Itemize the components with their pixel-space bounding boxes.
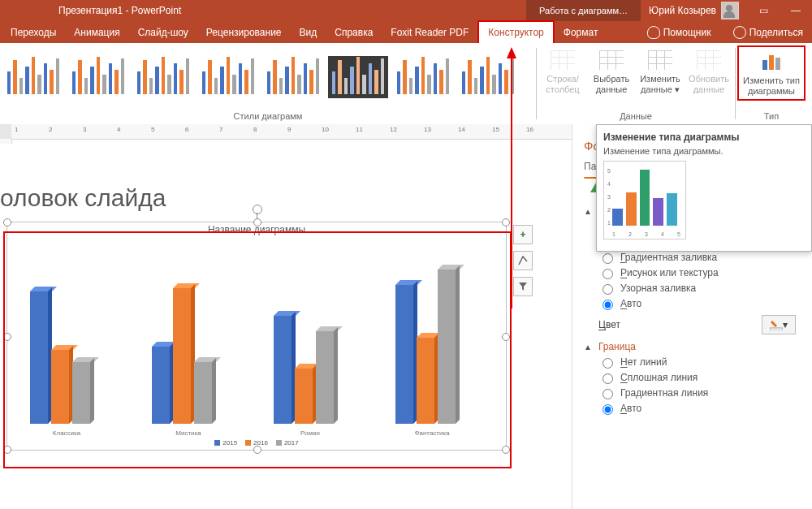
resize-handle[interactable] [502, 218, 510, 226]
grid-icon [648, 50, 672, 70]
chart-style-thumb[interactable] [68, 56, 128, 98]
chart-object[interactable]: Название диаграммы КлассикаМистикаРоманФ… [6, 222, 507, 451]
rotate-handle[interactable] [253, 205, 262, 214]
chart-style-thumb[interactable] [328, 56, 388, 98]
account-user[interactable]: Юрий Козырев [641, 2, 747, 19]
tab-view[interactable]: Вид [291, 21, 326, 43]
legend-item[interactable]: 2016 [245, 439, 268, 446]
tab-review[interactable]: Рецензирование [197, 21, 291, 43]
chart-style-thumb[interactable] [263, 56, 323, 98]
tab-format[interactable]: Формат [555, 21, 607, 43]
chart-style-thumb[interactable] [198, 56, 258, 98]
resize-handle[interactable] [253, 218, 261, 226]
tooltip-preview: 54321 12345 [603, 161, 686, 239]
ribbon: Стили диаграмм Строка/ столбец Выбрать д… [0, 43, 812, 125]
tab-transitions[interactable]: Переходы [2, 21, 65, 43]
chart-bar[interactable] [194, 362, 212, 424]
chart-bar[interactable] [395, 285, 413, 424]
chart-bar[interactable] [438, 270, 456, 424]
group-label-type: Тип [764, 111, 779, 124]
chart-style-thumb[interactable] [458, 56, 518, 98]
chart-legend[interactable]: 201520162017 [7, 439, 506, 446]
ruler-horizontal: 12345678910111213141516 [0, 124, 572, 140]
group-label-data: Данные [620, 111, 652, 124]
type-group: Изменить тип диаграммы Тип [736, 43, 807, 124]
chart-style-thumb[interactable] [133, 56, 193, 98]
legend-item[interactable]: 2017 [276, 439, 299, 446]
chart-category-label: Классика [30, 429, 103, 437]
change-chart-type-button[interactable]: Изменить тип диаграммы [737, 45, 806, 101]
chart-bar[interactable] [51, 350, 69, 424]
border-section-header[interactable]: ▲Граница [584, 341, 801, 352]
change-chart-type-tooltip: Изменение типа диаграммы Изменение типа … [596, 124, 812, 252]
chart-filters-button[interactable] [513, 277, 533, 296]
grid-icon [599, 50, 624, 70]
fill-color-button[interactable]: ▾ [762, 315, 796, 334]
tab-foxit[interactable]: Foxit Reader PDF [382, 21, 477, 43]
chart-bar[interactable] [152, 347, 170, 424]
slide-canvas[interactable]: оловок слайда Название диаграммы Классик… [0, 144, 572, 509]
svg-rect-0 [762, 60, 767, 70]
chart-styles-group: Стили диаграмм [0, 43, 536, 124]
svg-rect-1 [769, 55, 774, 70]
line-gradient-option[interactable]: Градиентная линия [598, 386, 801, 399]
share-button[interactable]: Поделиться [724, 26, 812, 39]
data-group: Строка/ столбец Выбрать данные Изменить … [537, 43, 735, 124]
tab-help[interactable]: Справка [326, 21, 382, 43]
fill-auto-option[interactable]: Авто [598, 297, 801, 310]
legend-item[interactable]: 2015 [214, 439, 237, 446]
chart-style-thumb[interactable] [3, 56, 63, 98]
chart-bar[interactable] [417, 338, 434, 424]
resize-handle[interactable] [3, 218, 11, 226]
resize-handle[interactable] [253, 446, 261, 454]
chart-styles-gallery[interactable] [0, 43, 536, 111]
chart-type-icon [758, 50, 785, 73]
minimize-button[interactable]: — [780, 0, 812, 21]
chart-bar[interactable] [30, 291, 48, 424]
fill-picture-option[interactable]: Рисунок или текстура [598, 266, 801, 279]
tell-me-button[interactable]: Помощник [638, 26, 719, 39]
chart-plot-area[interactable]: КлассикаМистикаРоманФантастика [14, 239, 499, 424]
edit-data-button[interactable]: Изменить данные ▾ [636, 45, 685, 97]
tab-designer[interactable]: Конструктор [477, 20, 554, 43]
fill-color-label: Цвет [598, 319, 620, 330]
chart-style-thumb[interactable] [393, 56, 453, 98]
chart-category-label: Фантастика [395, 429, 469, 437]
switch-row-col-button: Строка/ столбец [538, 45, 587, 97]
svg-rect-5 [770, 328, 783, 330]
chart-category-label: Мистика [152, 429, 225, 437]
contextual-tab-label: Работа с диаграмм… [526, 0, 641, 21]
slide-title-placeholder[interactable]: оловок слайда [0, 184, 166, 212]
resize-handle[interactable] [502, 446, 510, 454]
resize-handle[interactable] [3, 333, 11, 341]
chart-flyout-tools: + [513, 225, 533, 296]
chart-category-label: Роман [274, 429, 347, 437]
line-auto-option[interactable]: Авто [598, 402, 801, 415]
tooltip-title: Изменение типа диаграммы [603, 132, 805, 143]
select-data-button[interactable]: Выбрать данные [587, 45, 636, 97]
resize-handle[interactable] [3, 446, 11, 454]
tab-animation[interactable]: Анимация [65, 21, 128, 43]
chart-bar[interactable] [316, 331, 334, 424]
chart-bar[interactable] [173, 288, 191, 424]
ribbon-options-button[interactable]: ▭ [747, 0, 780, 21]
line-none-option[interactable]: Нет линий [598, 356, 801, 369]
chart-bar[interactable] [274, 316, 292, 424]
chart-elements-button[interactable]: + [513, 225, 533, 244]
slide-editor[interactable]: 12345678910111213141516 оловок слайда На… [0, 124, 572, 509]
refresh-data-button: Обновить данные [685, 45, 733, 97]
fill-pattern-option[interactable]: Узорная заливка [598, 282, 801, 295]
svg-rect-2 [775, 58, 780, 70]
chart-bar[interactable] [72, 362, 90, 424]
bulb-icon [647, 26, 660, 39]
resize-handle[interactable] [502, 333, 510, 341]
document-title: Презентация1 - PowerPoint [0, 5, 526, 16]
tab-slideshow[interactable]: Слайд-шоу [129, 21, 197, 43]
grid-icon [697, 50, 721, 70]
line-solid-option[interactable]: Сплошная линия [598, 371, 801, 384]
group-label-styles: Стили диаграмм [0, 111, 536, 124]
tooltip-desc: Изменение типа диаграммы. [603, 146, 805, 156]
chart-bar[interactable] [295, 369, 313, 424]
chart-styles-button[interactable] [513, 251, 533, 270]
fill-gradient-option[interactable]: Градиентная заливка [598, 251, 801, 264]
